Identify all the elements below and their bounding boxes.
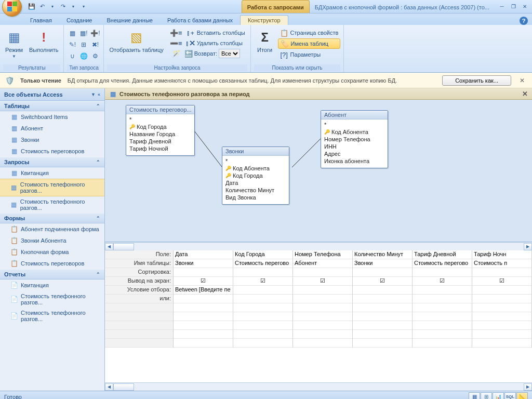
qbe-cell[interactable]: Звонки <box>353 259 412 268</box>
checkbox-icon[interactable]: ☑ <box>440 277 445 284</box>
qbe-cell[interactable]: Стоимость перегово <box>233 259 292 268</box>
qbe-cell[interactable] <box>472 321 531 330</box>
table-field[interactable]: 🔑Код Города <box>129 123 191 130</box>
datadef-icon[interactable]: ⚙ <box>90 51 100 61</box>
qbe-cell[interactable] <box>353 321 412 330</box>
table-field[interactable]: 🔑Код Города <box>225 172 286 179</box>
qbe-cell[interactable] <box>472 330 531 339</box>
qbe-grid[interactable]: Поле:Имя таблицы:Сортировка:Вывод на экр… <box>105 250 532 391</box>
qbe-cell[interactable]: Тариф Дневной <box>413 250 472 259</box>
table-field[interactable]: Тариф Ночной <box>129 145 191 152</box>
table-field[interactable]: * <box>129 116 191 123</box>
nav-group-header-form[interactable]: Формы⌃ <box>0 213 104 223</box>
qbe-cell[interactable] <box>353 286 412 295</box>
qbe-cell[interactable] <box>472 339 531 348</box>
qbe-cell[interactable] <box>353 303 412 312</box>
nav-item-table[interactable]: ▦Switchboard Items <box>0 111 104 123</box>
qbe-cell[interactable] <box>413 303 472 312</box>
redo-drop-icon[interactable]: ▼ <box>69 2 78 11</box>
nav-item-report[interactable]: 📄Стоимость телефонного разгов... <box>0 291 104 308</box>
qbe-cell[interactable] <box>174 312 233 321</box>
table-field[interactable]: 🔑Код Абонента <box>225 165 286 172</box>
document-tab[interactable]: ▦ Стоимость телефонного разговора за пер… <box>105 88 532 100</box>
table-box-header[interactable]: Звонки <box>222 147 289 156</box>
diagram-hscroll[interactable]: ◀ ▶ <box>105 242 532 250</box>
nav-item-query[interactable]: ▦Стоимость телефонного разгов... <box>0 196 104 213</box>
qbe-cell[interactable]: Номер Телефона <box>293 250 352 259</box>
nav-item-report[interactable]: 📄Квитанция <box>0 280 104 291</box>
qbe-cell[interactable] <box>233 303 292 312</box>
nav-filter-drop-icon[interactable]: ▼ <box>91 92 96 97</box>
view-pivottable-icon[interactable]: ⊞ <box>481 392 492 400</box>
qbe-column[interactable]: ДатаЗвонки☑Between [Введите пе <box>174 250 233 348</box>
qbe-cell[interactable]: ☑ <box>233 277 292 286</box>
nav-item-form[interactable]: 📋Стоимость переговоров <box>0 258 104 269</box>
view-datasheet-icon[interactable]: ▦ <box>469 392 480 400</box>
insert-cols-button[interactable]: ⫿+Вставить столбцы <box>184 28 247 37</box>
qbe-cell[interactable] <box>353 295 412 303</box>
ribbon-tab-home[interactable]: Главная <box>23 16 59 25</box>
qbe-column[interactable]: Количество МинутЗвонки☑ <box>353 250 413 348</box>
qbe-cell[interactable] <box>413 339 472 348</box>
view-sql-icon[interactable]: SQL <box>504 392 516 400</box>
parameters-button[interactable]: [?]Параметры <box>278 50 341 59</box>
restore-button[interactable]: ❐ <box>508 3 518 11</box>
qbe-cell[interactable] <box>353 268 412 277</box>
nav-item-form[interactable]: 📋Абонент подчиненная форма <box>0 223 104 235</box>
show-table-button[interactable]: ▧ Отобразить таблицу <box>107 28 165 54</box>
qbe-cell[interactable]: Абонент <box>293 259 352 268</box>
qbe-cell[interactable]: Количество Минут <box>353 250 412 259</box>
qbe-cell[interactable]: ☑ <box>293 277 352 286</box>
return-combo[interactable]: 🔙 Возврат: Все <box>184 49 247 58</box>
qbe-cell[interactable]: Звонки <box>174 259 233 268</box>
ribbon-tab-dbtools[interactable]: Работа с базами данных <box>160 16 240 25</box>
delete-cols-button[interactable]: ⫿✕Удалить столбцы <box>184 38 247 48</box>
ribbon-tab-design[interactable]: Конструктор <box>240 15 288 25</box>
qbe-cell[interactable] <box>233 330 292 339</box>
table-field[interactable]: Адрес <box>324 150 384 157</box>
view-button[interactable]: ▦ Режим ▼ <box>3 28 25 60</box>
table-field[interactable]: ИНН <box>324 143 384 150</box>
view-pivotchart-icon[interactable]: 📊 <box>493 392 504 400</box>
nav-group-header-query[interactable]: Запросы⌃ <box>0 157 104 167</box>
nav-group-header-table[interactable]: Таблицы⌃ <box>0 101 104 111</box>
qbe-cell[interactable] <box>293 268 352 277</box>
nav-item-report[interactable]: 📄Стоимость телефонного разгов... <box>0 308 104 324</box>
minimize-button[interactable]: ─ <box>497 3 507 11</box>
table-field[interactable]: Иконка абонента <box>324 157 384 165</box>
undo-icon[interactable]: ↶ <box>37 2 47 11</box>
scroll-left-icon[interactable]: ◀ <box>105 243 113 250</box>
qbe-cell[interactable] <box>472 268 531 277</box>
qbe-cell[interactable] <box>293 286 352 295</box>
table-names-button[interactable]: 🏷️Имена таблиц <box>278 38 341 49</box>
qbe-cell[interactable] <box>233 339 292 348</box>
qbe-cell[interactable] <box>413 286 472 295</box>
save-icon[interactable]: 💾 <box>27 2 36 11</box>
qbe-cell[interactable]: ☑ <box>353 277 412 286</box>
table-box-header[interactable]: Абонент <box>321 111 388 119</box>
qbe-cell[interactable] <box>174 321 233 330</box>
nav-item-query[interactable]: ▦Стоимость телефонного разгов... <box>0 179 104 196</box>
qbe-hscroll[interactable]: ◀ ▶ <box>105 382 532 391</box>
qbe-cell[interactable] <box>472 286 531 295</box>
qbe-column[interactable]: Код ГородаСтоимость перегово☑ <box>233 250 293 348</box>
undo-drop-icon[interactable]: ▼ <box>48 2 57 11</box>
qbe-cell[interactable] <box>472 303 531 312</box>
qbe-cell[interactable] <box>413 312 472 321</box>
table-field[interactable]: * <box>225 157 286 165</box>
builder-button[interactable]: 🪄 <box>170 49 182 58</box>
qbe-cell[interactable] <box>233 321 292 330</box>
qbe-cell[interactable] <box>174 268 233 277</box>
qbe-column[interactable]: Тариф НочнСтоимость п☑ <box>472 250 532 348</box>
table-field[interactable]: Тариф Дневной <box>129 138 191 145</box>
qbe-cell[interactable] <box>174 295 233 303</box>
scroll-thumb[interactable] <box>113 243 134 250</box>
qbe-cell[interactable] <box>233 295 292 303</box>
qbe-cell[interactable] <box>293 312 352 321</box>
qbe-cell[interactable]: Код Города <box>233 250 292 259</box>
qbe-cell[interactable]: ☑ <box>413 277 472 286</box>
table-box[interactable]: Абонент*🔑Код АбонентаНомер ТелефонаИННАд… <box>321 110 388 168</box>
scroll-right-icon[interactable]: ▶ <box>524 243 532 250</box>
crosstab-icon[interactable]: ⊞ <box>78 39 89 50</box>
qbe-cell[interactable] <box>293 330 352 339</box>
